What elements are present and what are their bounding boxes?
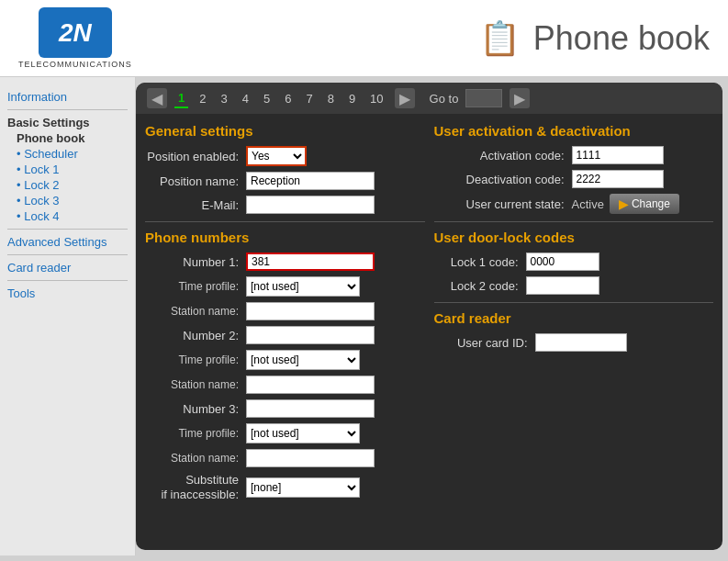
deactivation-code-row: Deactivation code: <box>434 170 714 188</box>
time-profile2-row: Time profile: [not used] <box>145 350 425 370</box>
email-input[interactable] <box>246 196 375 214</box>
change-label: Change <box>632 197 670 210</box>
substitute-row: Substitute if inaccessible: [none] <box>145 473 425 501</box>
card-reader-title: Card reader <box>434 310 714 326</box>
form-area: General settings Position enabled: Yes N… <box>136 114 722 543</box>
main-layout: Information Basic Settings Phone book • … <box>0 77 728 555</box>
door-lock-title: User door-lock codes <box>434 230 714 245</box>
position-name-input[interactable] <box>246 172 375 190</box>
substitute-label: Substitute if inaccessible: <box>145 473 246 501</box>
change-button[interactable]: ▶ Change <box>610 194 679 214</box>
lock2-code-input[interactable] <box>526 276 599 295</box>
number1-input[interactable] <box>246 252 375 271</box>
number2-row: Number 2: <box>145 326 425 344</box>
form-right: User activation & deactivation Activatio… <box>434 123 714 533</box>
user-activation-title: User activation & deactivation <box>434 123 714 139</box>
station-name1-label: Station name: <box>145 305 246 318</box>
activation-code-row: Activation code: <box>434 146 714 164</box>
page-10[interactable]: 10 <box>366 90 386 107</box>
position-enabled-select[interactable]: Yes No <box>246 146 307 166</box>
sidebar-item-card-reader[interactable]: Card reader <box>7 261 128 275</box>
time-profile3-select[interactable]: [not used] <box>246 423 360 443</box>
sidebar-item-lock3[interactable]: • Lock 3 <box>17 194 128 208</box>
number2-input[interactable] <box>246 326 375 344</box>
logo-text: 2N <box>59 18 92 48</box>
sidebar-item-advanced-settings[interactable]: Advanced Settings <box>7 235 128 249</box>
user-card-id-input[interactable] <box>535 333 627 352</box>
time-profile3-row: Time profile: [not used] <box>145 423 425 443</box>
time-profile2-label: Time profile: <box>145 353 246 366</box>
number2-label: Number 2: <box>145 329 246 342</box>
prev-page-button[interactable]: ◀ <box>147 88 167 108</box>
user-card-id-row: User card ID: <box>434 333 714 352</box>
sidebar-sub: Phone book • Scheduler • Lock 1 • Lock 2… <box>7 131 128 223</box>
form-left: General settings Position enabled: Yes N… <box>145 123 425 533</box>
station-name3-input[interactable] <box>246 449 375 467</box>
page-6[interactable]: 6 <box>281 90 295 107</box>
activation-code-input[interactable] <box>572 146 664 164</box>
sidebar-item-lock1[interactable]: • Lock 1 <box>17 163 128 176</box>
activation-code-label: Activation code: <box>434 149 572 163</box>
page-3[interactable]: 3 <box>217 90 230 107</box>
number1-label: Number 1: <box>145 255 246 269</box>
sidebar-item-lock2[interactable]: • Lock 2 <box>17 178 128 192</box>
logo-area: 2N TELECOMMUNICATIONS <box>18 7 132 69</box>
general-settings-title: General settings <box>145 123 425 139</box>
sidebar-item-scheduler[interactable]: • Scheduler <box>17 147 128 161</box>
pagination-bar: ◀ 1 2 3 4 5 6 7 8 9 10 ▶ Go to ▶ <box>136 83 722 114</box>
lock2-code-label: Lock 2 code: <box>434 279 526 293</box>
goto-label: Go to <box>430 92 459 106</box>
station-name3-row: Station name: <box>145 449 425 467</box>
sidebar-item-lock4[interactable]: • Lock 4 <box>17 209 128 223</box>
phone-numbers-title: Phone numbers <box>145 230 425 245</box>
page-9[interactable]: 9 <box>345 90 359 107</box>
content-area: ◀ 1 2 3 4 5 6 7 8 9 10 ▶ Go to ▶ General… <box>136 83 722 550</box>
user-state-label: User current state: <box>434 197 572 211</box>
deactivation-code-label: Deactivation code: <box>434 173 572 186</box>
telecom-label: TELECOMMUNICATIONS <box>18 60 132 69</box>
deactivation-code-input[interactable] <box>572 170 664 188</box>
lock1-code-row: Lock 1 code: <box>434 252 714 271</box>
station-name1-input[interactable] <box>246 302 375 320</box>
station-name2-row: Station name: <box>145 376 425 394</box>
page-5[interactable]: 5 <box>260 90 274 107</box>
number3-row: Number 3: <box>145 399 425 418</box>
page-8[interactable]: 8 <box>324 90 338 107</box>
position-name-row: Position name: <box>145 172 425 190</box>
page-2[interactable]: 2 <box>196 90 209 107</box>
page-title: Phone book <box>533 19 710 58</box>
number3-input[interactable] <box>246 399 375 418</box>
position-enabled-label: Position enabled: <box>145 150 246 163</box>
lock1-code-label: Lock 1 code: <box>434 255 526 269</box>
email-row: E-Mail: <box>145 196 425 214</box>
time-profile1-select[interactable]: [not used] <box>246 276 360 297</box>
station-name2-input[interactable] <box>246 376 375 394</box>
lock1-code-input[interactable] <box>526 252 599 271</box>
user-card-id-label: User card ID: <box>434 336 535 350</box>
user-state-row: User current state: Active ▶ Change <box>434 194 714 214</box>
page-4[interactable]: 4 <box>239 90 252 107</box>
time-profile3-label: Time profile: <box>145 427 246 440</box>
user-state-value: Active <box>572 197 604 211</box>
time-profile2-select[interactable]: [not used] <box>246 350 360 370</box>
title-area: 📋 Phone book <box>479 19 710 58</box>
time-profile1-label: Time profile: <box>145 280 246 293</box>
number3-label: Number 3: <box>145 402 246 416</box>
next-page-button[interactable]: ▶ <box>395 88 415 108</box>
phonebook-icon: 📋 <box>479 19 521 58</box>
sidebar-item-information[interactable]: Information <box>7 90 128 104</box>
station-name3-label: Station name: <box>145 452 246 465</box>
number1-row: Number 1: <box>145 252 425 271</box>
page-7[interactable]: 7 <box>302 90 316 107</box>
goto-input[interactable] <box>465 89 502 107</box>
header: 2N TELECOMMUNICATIONS 📋 Phone book <box>0 0 728 77</box>
sidebar-item-tools[interactable]: Tools <box>7 286 128 300</box>
page-1[interactable]: 1 <box>174 89 188 108</box>
substitute-select[interactable]: [none] <box>246 477 360 498</box>
time-profile1-row: Time profile: [not used] <box>145 276 425 297</box>
station-name2-label: Station name: <box>145 378 246 391</box>
station-name1-row: Station name: <box>145 302 425 320</box>
goto-button[interactable]: ▶ <box>510 88 530 108</box>
position-enabled-row: Position enabled: Yes No <box>145 146 425 166</box>
sidebar-item-phonebook[interactable]: Phone book <box>17 131 128 145</box>
